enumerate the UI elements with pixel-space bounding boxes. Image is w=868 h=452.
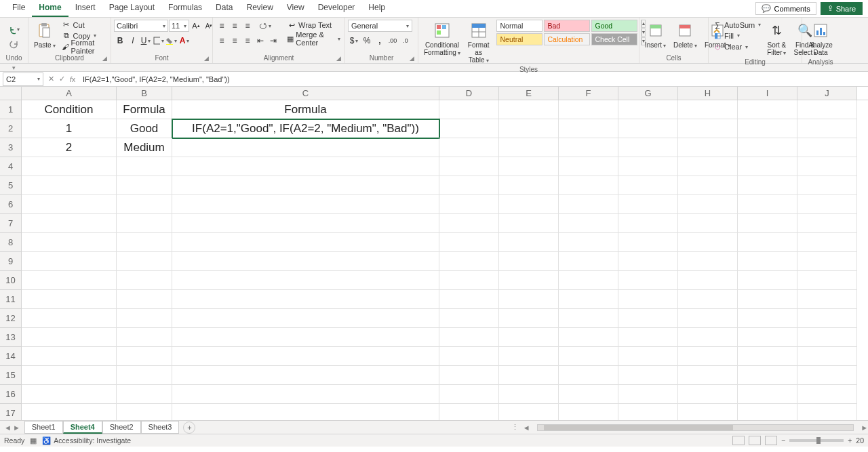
redo-button[interactable] bbox=[8, 38, 20, 50]
accessibility-icon[interactable]: ♿ bbox=[42, 436, 51, 445]
menu-tab-developer[interactable]: Developer bbox=[311, 0, 362, 17]
cell-I7[interactable] bbox=[738, 214, 797, 233]
cell-G15[interactable] bbox=[618, 366, 678, 385]
cell-C15[interactable] bbox=[172, 366, 439, 385]
enter-formula-button[interactable]: ✓ bbox=[57, 75, 66, 83]
cell-B9[interactable] bbox=[117, 252, 172, 271]
row-header-16[interactable]: 16 bbox=[0, 385, 22, 404]
cell-I5[interactable] bbox=[738, 176, 797, 195]
cell-E5[interactable] bbox=[499, 176, 559, 195]
format-as-table-button[interactable]: Format as Table bbox=[465, 20, 492, 65]
style-check-cell[interactable]: Check Cell bbox=[591, 33, 637, 45]
number-format-select[interactable]: General▾ bbox=[348, 20, 412, 32]
underline-button[interactable]: U bbox=[140, 35, 152, 47]
cell-H12[interactable] bbox=[678, 309, 738, 328]
cell-D13[interactable] bbox=[439, 328, 499, 347]
alignment-launcher[interactable]: ◢ bbox=[336, 55, 343, 62]
column-header-A[interactable]: A bbox=[22, 87, 117, 100]
cell-E1[interactable] bbox=[499, 100, 559, 119]
cell-E17[interactable] bbox=[499, 404, 559, 420]
clear-button[interactable]: ◇Clear bbox=[711, 42, 762, 52]
cell-B7[interactable] bbox=[117, 214, 172, 233]
cell-G10[interactable] bbox=[618, 271, 678, 290]
cell-B1[interactable]: Formula bbox=[117, 100, 172, 119]
fx-button[interactable]: fx bbox=[68, 75, 77, 83]
cell-F1[interactable] bbox=[559, 100, 618, 119]
row-header-17[interactable]: 17 bbox=[0, 404, 22, 420]
cell-E8[interactable] bbox=[499, 233, 559, 252]
wrap-text-button[interactable]: ↩Wrap Text bbox=[285, 20, 342, 30]
cell-H13[interactable] bbox=[678, 328, 738, 347]
cell-E12[interactable] bbox=[499, 309, 559, 328]
cell-D17[interactable] bbox=[439, 404, 499, 420]
cell-G13[interactable] bbox=[618, 328, 678, 347]
style-bad[interactable]: Bad bbox=[544, 20, 590, 32]
cell-D1[interactable] bbox=[439, 100, 499, 119]
row-header-12[interactable]: 12 bbox=[0, 309, 22, 328]
cell-J1[interactable] bbox=[797, 100, 857, 119]
cell-C12[interactable] bbox=[172, 309, 439, 328]
cell-G6[interactable] bbox=[618, 195, 678, 214]
cell-D16[interactable] bbox=[439, 385, 499, 404]
cell-C5[interactable] bbox=[172, 176, 439, 195]
normal-view-button[interactable] bbox=[732, 436, 745, 445]
cell-G3[interactable] bbox=[618, 138, 678, 157]
style-calculation[interactable]: Calculation bbox=[544, 33, 590, 45]
cell-H7[interactable] bbox=[678, 214, 738, 233]
undo-button[interactable] bbox=[8, 24, 20, 36]
cell-H9[interactable] bbox=[678, 252, 738, 271]
cell-J3[interactable] bbox=[797, 138, 857, 157]
cell-C14[interactable] bbox=[172, 347, 439, 366]
cell-F9[interactable] bbox=[559, 252, 618, 271]
cell-G5[interactable] bbox=[618, 176, 678, 195]
scroll-left-button[interactable]: ◄ bbox=[523, 424, 530, 432]
cell-D5[interactable] bbox=[439, 176, 499, 195]
cell-G1[interactable] bbox=[618, 100, 678, 119]
align-top-button[interactable]: ≡ bbox=[216, 20, 228, 32]
cell-C7[interactable] bbox=[172, 214, 439, 233]
sheet-next-button[interactable]: ► bbox=[13, 424, 20, 432]
row-header-15[interactable]: 15 bbox=[0, 366, 22, 385]
number-launcher[interactable]: ◢ bbox=[410, 55, 416, 62]
column-header-G[interactable]: G bbox=[618, 87, 678, 100]
sheet-prev-button[interactable]: ◄ bbox=[4, 424, 12, 432]
column-header-B[interactable]: B bbox=[117, 87, 172, 100]
column-header-D[interactable]: D bbox=[439, 87, 499, 100]
cell-B17[interactable] bbox=[117, 404, 172, 420]
cell-C6[interactable] bbox=[172, 195, 439, 214]
cell-I14[interactable] bbox=[738, 347, 797, 366]
cell-I13[interactable] bbox=[738, 328, 797, 347]
cell-J4[interactable] bbox=[797, 157, 857, 176]
cell-D3[interactable] bbox=[439, 138, 499, 157]
cell-D15[interactable] bbox=[439, 366, 499, 385]
cell-C3[interactable] bbox=[172, 138, 439, 157]
cell-J5[interactable] bbox=[797, 176, 857, 195]
cell-E2[interactable] bbox=[499, 119, 559, 138]
cell-F12[interactable] bbox=[559, 309, 618, 328]
cell-H14[interactable] bbox=[678, 347, 738, 366]
percent-button[interactable]: % bbox=[361, 35, 373, 47]
cell-E6[interactable] bbox=[499, 195, 559, 214]
sheet-tab-sheet2[interactable]: Sheet2 bbox=[102, 421, 141, 434]
orientation-button[interactable]: ⭯ bbox=[259, 20, 271, 32]
cell-I10[interactable] bbox=[738, 271, 797, 290]
cell-F7[interactable] bbox=[559, 214, 618, 233]
add-sheet-button[interactable]: + bbox=[183, 422, 195, 434]
page-break-view-button[interactable] bbox=[765, 436, 777, 445]
cell-C2[interactable]: IF(A2=1,"Good", IF(A2=2, "Medium", "Bad"… bbox=[172, 119, 439, 138]
row-header-4[interactable]: 4 bbox=[0, 157, 22, 176]
cell-H10[interactable] bbox=[678, 271, 738, 290]
column-header-J[interactable]: J bbox=[797, 87, 857, 100]
cell-H6[interactable] bbox=[678, 195, 738, 214]
font-launcher[interactable]: ◢ bbox=[204, 55, 211, 62]
bold-button[interactable]: B bbox=[114, 35, 126, 47]
cell-F15[interactable] bbox=[559, 366, 618, 385]
cell-G7[interactable] bbox=[618, 214, 678, 233]
zoom-out-button[interactable]: − bbox=[781, 436, 785, 445]
cell-B16[interactable] bbox=[117, 385, 172, 404]
cell-D4[interactable] bbox=[439, 157, 499, 176]
row-header-5[interactable]: 5 bbox=[0, 176, 22, 195]
style-neutral[interactable]: Neutral bbox=[496, 33, 542, 45]
style-good[interactable]: Good bbox=[591, 20, 637, 32]
cell-D7[interactable] bbox=[439, 214, 499, 233]
